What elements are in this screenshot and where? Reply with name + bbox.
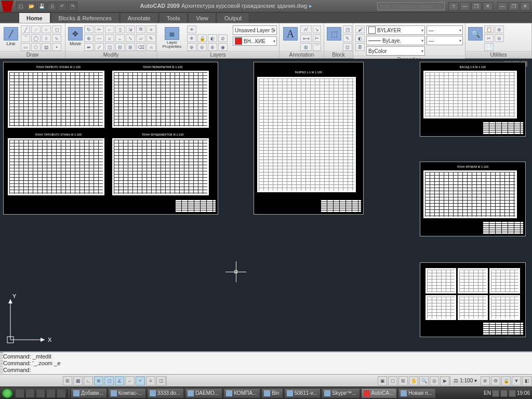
- layer-tool[interactable]: 🔒: [197, 34, 207, 42]
- table-button[interactable]: ⊞: [300, 43, 312, 51]
- zoom-toggle[interactable]: 🔍: [419, 376, 429, 385]
- qat-redo[interactable]: ↷: [68, 2, 77, 11]
- quicklaunch-icon[interactable]: [46, 389, 56, 398]
- layer-tool[interactable]: ⊖: [197, 43, 207, 51]
- qat-new[interactable]: ▢: [16, 2, 25, 11]
- taskbar-item[interactable]: 50611-v...: [284, 388, 321, 398]
- taskbar-item[interactable]: Bin: [261, 388, 283, 398]
- taskbar-item[interactable]: Добави...: [71, 388, 107, 398]
- prop-tool[interactable]: ◐: [355, 34, 365, 42]
- draw-tool[interactable]: ⟋: [31, 25, 41, 33]
- modify-tool[interactable]: ↻: [84, 25, 94, 33]
- block-tool[interactable]: ⊡: [343, 43, 352, 51]
- layer-tool[interactable]: ❄: [187, 34, 196, 42]
- polar-toggle[interactable]: ⊕: [94, 376, 103, 385]
- modify-tool[interactable]: ⌫: [136, 43, 145, 51]
- qat-open[interactable]: 📂: [26, 2, 36, 11]
- block-tool[interactable]: ✎: [343, 34, 352, 42]
- tab-view[interactable]: View: [188, 12, 216, 23]
- taskbar-item[interactable]: AutoCA...: [361, 388, 397, 398]
- doc-restore-button[interactable]: ❐: [509, 2, 519, 10]
- taskbar-item[interactable]: Новая п...: [398, 388, 436, 398]
- modify-tool[interactable]: ✎: [147, 34, 156, 42]
- draw-tool[interactable]: ⬡: [31, 43, 41, 51]
- tray-icon[interactable]: [492, 390, 499, 397]
- close-button[interactable]: ✕: [483, 2, 493, 10]
- list-button[interactable]: ≣: [355, 43, 365, 51]
- draw-tool[interactable]: ○: [42, 25, 51, 33]
- qat-plot[interactable]: ⎙: [47, 2, 57, 11]
- clean-toggle[interactable]: ◧: [522, 376, 531, 385]
- leader-button[interactable]: ↘: [313, 25, 321, 33]
- taskbar-item[interactable]: DAEMO...: [185, 388, 222, 398]
- doc-close-button[interactable]: ✕: [520, 2, 530, 10]
- snap-toggle[interactable]: ⊞: [63, 376, 72, 385]
- lw-display[interactable]: —: [427, 36, 463, 45]
- modify-tool[interactable]: ⇲: [126, 25, 135, 33]
- lwt-toggle[interactable]: ≡: [146, 376, 155, 385]
- taskbar-item[interactable]: Skype™...: [322, 388, 360, 398]
- tab-output[interactable]: Output: [217, 12, 249, 23]
- draw-tool[interactable]: •: [52, 43, 61, 51]
- modify-tool[interactable]: ⌄: [115, 34, 125, 42]
- layer-tool[interactable]: ◉: [218, 43, 228, 51]
- lock-toggle[interactable]: 🔒: [501, 376, 511, 385]
- steering-toggle[interactable]: ◎: [430, 376, 439, 385]
- search-input[interactable]: [377, 2, 445, 10]
- modify-tool[interactable]: ◫: [105, 43, 114, 51]
- qp-toggle[interactable]: ◫: [156, 376, 166, 385]
- layout-toggle[interactable]: ▢: [388, 376, 397, 385]
- quicklaunch-icon[interactable]: [57, 389, 66, 398]
- showmotion-toggle[interactable]: ▶: [440, 376, 449, 385]
- layer-tool[interactable]: ⊗: [208, 43, 217, 51]
- util-tool[interactable]: 📋: [484, 25, 494, 33]
- taskbar-item[interactable]: Компас-...: [108, 388, 146, 398]
- draw-tool[interactable]: ▭: [21, 43, 30, 51]
- drawing-area[interactable]: — ❐ ✕ ПЛАН ПЕРВОГО ЭТАЖА М 1:100 ПЛАН ПЕ…: [0, 59, 532, 351]
- app-menu-icon[interactable]: [1, 1, 14, 12]
- tray-icon[interactable]: [500, 390, 508, 397]
- grid-toggle[interactable]: ▦: [73, 376, 83, 385]
- minimize-button[interactable]: —: [460, 2, 470, 10]
- util-tool[interactable]: ✂: [484, 34, 494, 42]
- qat-undo[interactable]: ↶: [58, 2, 67, 11]
- util-tool[interactable]: ⊖: [495, 34, 504, 42]
- modify-tool[interactable]: ⧉: [136, 25, 145, 33]
- modify-tool[interactable]: ≡: [147, 25, 156, 33]
- quicklaunch-icon[interactable]: [25, 389, 35, 398]
- modify-tool[interactable]: ⟀: [105, 34, 114, 42]
- linetype-dropdown[interactable]: ByColor: [366, 46, 425, 56]
- modify-tool[interactable]: ✂: [95, 25, 104, 33]
- osnap-toggle[interactable]: ◻: [104, 376, 114, 385]
- tab-blocks[interactable]: Blocks & References: [51, 12, 119, 23]
- mtext-button[interactable]: Aⁱ: [300, 25, 312, 33]
- util-tool[interactable]: ⊕: [495, 25, 504, 33]
- tab-tools[interactable]: Tools: [159, 12, 188, 23]
- help-icon[interactable]: ?: [448, 2, 459, 10]
- cmd-grip[interactable]: [0, 352, 3, 374]
- anno-scale[interactable]: ⚖ 1:100 ▾: [450, 376, 480, 385]
- color-dropdown[interactable]: BYLAYER: [366, 25, 425, 35]
- tab-home[interactable]: Home: [19, 12, 50, 23]
- measure-button[interactable]: 🔍: [468, 25, 483, 49]
- anno-vis-toggle[interactable]: ⊛: [481, 376, 490, 385]
- qview-toggle[interactable]: ⊞: [398, 376, 408, 385]
- model-toggle[interactable]: ▣: [378, 376, 387, 385]
- draw-tool[interactable]: ◻: [52, 25, 61, 33]
- hw-toggle[interactable]: ▼: [512, 376, 521, 385]
- tab-annotate[interactable]: Annotate: [120, 12, 158, 23]
- ws-toggle[interactable]: ⚙: [491, 376, 500, 385]
- dimension-button[interactable]: ⟷: [300, 34, 312, 42]
- taskbar-item[interactable]: 3333.do...: [147, 388, 184, 398]
- start-button[interactable]: [2, 388, 13, 398]
- otrack-toggle[interactable]: ∠: [115, 376, 124, 385]
- lang-indicator[interactable]: EN: [484, 390, 491, 396]
- layer-state-dropdown[interactable]: Unsaved Layer S: [233, 25, 277, 35]
- block-tool[interactable]: ◳: [343, 25, 352, 33]
- insert-block-button[interactable]: ⬚: [326, 25, 342, 49]
- tray-icon[interactable]: [509, 390, 516, 397]
- modify-tool[interactable]: ⤢: [95, 43, 104, 51]
- restore-button[interactable]: ❐: [471, 2, 482, 10]
- modify-tool[interactable]: ▯: [115, 25, 125, 33]
- taskbar-item[interactable]: КОМПА...: [223, 388, 260, 398]
